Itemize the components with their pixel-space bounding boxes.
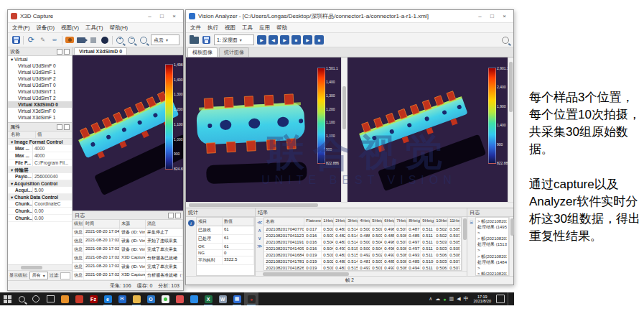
device-tree-item[interactable]: Virtual U3dSimF 2 <box>8 75 72 82</box>
column-header[interactable]: 名称 <box>264 218 304 226</box>
tray-expand-icon[interactable]: ∧ <box>429 296 432 302</box>
column-header[interactable]: 11Heig <box>448 218 460 226</box>
table-row[interactable]: 202108201704182670.0190.5010.4810.5150.4… <box>264 265 461 270</box>
property-group[interactable]: ▾ Image Format Control <box>8 139 72 145</box>
minimize-button[interactable]: – <box>474 11 486 21</box>
maximize-button[interactable]: □ <box>486 11 498 21</box>
word-app[interactable]: W <box>215 292 230 305</box>
tab-statistics-image[interactable]: 统计图像 <box>219 47 249 57</box>
view-mode-dropdown[interactable]: 点云 ▾ <box>151 34 179 45</box>
open-file-icon[interactable] <box>190 37 199 44</box>
property-group[interactable]: ▾ Acquisition Control <box>8 180 72 187</box>
zoom-in-icon[interactable]: + <box>116 37 123 44</box>
edge-browser[interactable]: e <box>101 292 115 305</box>
menu-item-执行[interactable]: 执行 <box>207 24 218 32</box>
capture-3d-view[interactable]: 1,498.11,4001,3001,2001,1001,000900824.8… <box>73 55 183 211</box>
property-row[interactable]: Paylo...256000040 <box>8 173 72 180</box>
close-button[interactable]: × <box>168 11 180 21</box>
property-row[interactable]: Chunk...CoordinateC <box>8 200 72 208</box>
results-horizontal-scrollbar[interactable] <box>256 271 467 276</box>
property-row[interactable]: Chunk...0.00 <box>8 215 72 222</box>
viewport-vertical-scrollbar[interactable] <box>508 57 513 202</box>
link-icon[interactable]: ∞ <box>50 35 59 45</box>
save-icon[interactable] <box>12 36 20 44</box>
refresh-icon[interactable]: ⟳ <box>27 35 35 45</box>
device-tree-item[interactable]: Virtual X3dSimF 1 <box>8 114 72 121</box>
property-group[interactable]: ▾ 传输层 <box>8 167 72 173</box>
menu-item-视图[interactable]: 视图 <box>225 24 235 32</box>
property-group[interactable]: ▾ Chunk Data Control <box>8 194 72 200</box>
next-frame-button[interactable]: ▶ <box>280 35 289 45</box>
table-row[interactable]: OK61 <box>197 244 254 250</box>
play-button[interactable]: ▶ <box>303 35 312 45</box>
search-button[interactable] <box>14 292 29 305</box>
tray-volume-icon[interactable]: ◀ <box>457 296 460 302</box>
tray-network-icon[interactable]: ▥ <box>449 296 454 302</box>
next-row-button[interactable]: ∨ <box>258 236 261 241</box>
table-row[interactable]: 202108201704077090.0170.5030.4830.5140.5… <box>264 226 461 233</box>
menu-item-工具[interactable]: 工具 <box>242 24 253 32</box>
table-row[interactable]: 信息2021-08-20 17:02:26:284X3D Capture分析服务… <box>73 254 183 263</box>
device-tree-root[interactable]: ▾ Virtual <box>8 56 72 63</box>
mascot-app[interactable] <box>172 292 187 305</box>
column-header[interactable]: 级别 <box>73 220 84 228</box>
table-row[interactable]: 信息2021-08-20 17:04:24:594设备 (ID: Virt...… <box>73 228 183 237</box>
sunflower-remote-app[interactable] <box>57 292 72 305</box>
column-header[interactable]: 数值 <box>223 218 254 226</box>
analyzer-template-3d-view[interactable]: 1,501.11,4001,3001,2001,1001,000900822.8… <box>186 57 341 202</box>
property-row[interactable]: Max ...4000 <box>8 145 72 152</box>
tray-ime-icon[interactable]: 中 <box>464 295 469 302</box>
property-row[interactable]: Max ...4000 <box>8 152 72 160</box>
viewport-splitter-scrollbar[interactable] <box>341 57 347 202</box>
task-view-button[interactable] <box>43 292 57 305</box>
pause-button[interactable]: ■ <box>291 35 301 45</box>
panel-close-button[interactable] <box>64 49 70 55</box>
panel-close-button[interactable] <box>64 124 70 130</box>
connect-icon[interactable]: ✎ <box>39 35 47 45</box>
table-row[interactable]: 信息2021-08-20 17:02:17:027X3D Capture分析服务… <box>73 272 183 280</box>
clear-log-icon[interactable]: ⌸ <box>467 217 475 276</box>
file-explorer[interactable] <box>129 292 144 305</box>
tray-cloud-icon[interactable]: ☁ <box>435 296 440 302</box>
snapshot-icon[interactable] <box>65 37 74 43</box>
panel-float-button[interactable] <box>57 124 62 130</box>
column-header[interactable]: 5Heigh <box>370 218 383 226</box>
column-header[interactable]: Flatness <box>304 218 322 226</box>
excel-app[interactable]: X <box>201 292 215 305</box>
zoom-fit-icon[interactable] <box>140 37 147 44</box>
table-row[interactable]: 平均耗时3322.5 <box>197 256 254 265</box>
stop-button[interactable]: ■ <box>314 35 324 45</box>
table-row[interactable]: 信息2021-08-20 17:02:17:056设备 (ID: Virt...… <box>73 263 183 272</box>
menu-item-工具(T)[interactable]: 工具(T) <box>85 24 103 32</box>
column-header[interactable]: 6Heigh <box>383 218 395 226</box>
prev-frame-button[interactable]: ◀ <box>269 35 278 45</box>
device-tree-item[interactable]: Virtual U3dSimF 0 <box>8 63 72 69</box>
capture-titlebar[interactable]: X3D Capture – □ × <box>8 10 183 23</box>
outlook-app[interactable]: O <box>144 292 158 305</box>
column-header[interactable]: 消息 <box>146 220 183 228</box>
maximize-button[interactable]: □ <box>156 11 168 21</box>
tree-horizontal-scrollbar[interactable] <box>8 264 72 270</box>
analyzer-titlebar[interactable]: Vision Analyzer - [C:/Users/Longas/Deskt… <box>186 10 513 23</box>
log-level-dropdown[interactable]: 所有▾ <box>29 272 48 279</box>
device-tree-item[interactable]: Virtual U3dSimT 0 <box>8 82 72 88</box>
tab-template-image[interactable]: 模板图像 <box>187 47 218 57</box>
device-tree-item[interactable]: Virtual X3dSimF 0 <box>8 108 72 114</box>
property-row[interactable]: Acqui...5.00 <box>8 187 72 194</box>
column-header[interactable]: 10Heigl <box>434 218 448 226</box>
log-filter-input[interactable] <box>60 272 70 279</box>
device-tree-item[interactable]: Virtual U3dSimT 2 <box>8 95 72 101</box>
menu-item-应用[interactable]: 应用 <box>259 24 270 32</box>
taskbar-clock[interactable]: 17:192021/8/20 <box>472 295 493 304</box>
device-tree-item[interactable]: Virtual X3dSimD 0 <box>8 101 72 108</box>
continuous-capture-icon[interactable] <box>77 37 85 43</box>
close-button[interactable]: × <box>498 11 510 21</box>
cortana-button[interactable] <box>29 292 43 305</box>
results-vertical-scrollbar[interactable] <box>462 217 467 271</box>
zoom-out-icon[interactable]: − <box>128 37 135 44</box>
menu-item-帮助(H)[interactable]: 帮助(H) <box>110 24 128 32</box>
table-row[interactable]: 202108201704140970.0160.5040.4930.5150.5… <box>264 246 461 252</box>
table-row[interactable]: NG0 <box>197 250 254 256</box>
browser-app[interactable] <box>187 292 201 305</box>
device-tree-item[interactable]: Virtual U3dSimF 1 <box>8 69 72 75</box>
